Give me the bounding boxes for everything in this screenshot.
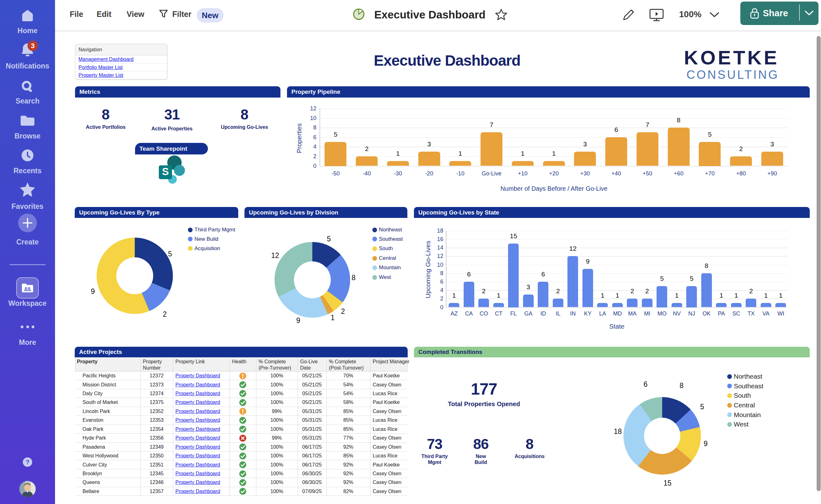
svg-text:S: S — [162, 166, 169, 177]
